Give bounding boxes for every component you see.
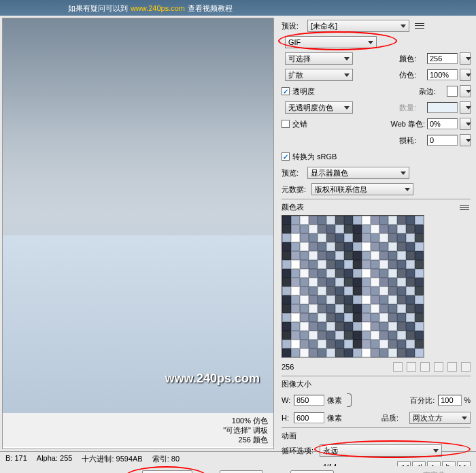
ct-icon-3[interactable] [420,362,430,372]
px-label-1: 像素 [327,395,342,406]
animation-label: 动画 [282,431,307,441]
preview-info: 100% 仿色 "可选择" 调板 256 颜色 [3,413,273,447]
preview-info-dither: 100% 仿色 [8,416,268,425]
format-select[interactable]: GIF [285,36,377,48]
lossy-stepper[interactable] [460,134,471,146]
main-area: www.240ps.com 100% 仿色 "可选择" 调板 256 颜色 预设… [0,16,476,451]
srgb-label: 转换为 sRGB [292,152,337,162]
websnap-stepper[interactable] [460,118,471,130]
matte-label: 杂边: [419,86,445,97]
preview-mode-select[interactable]: 显示器颜色 [307,167,409,179]
dither-input[interactable] [427,69,458,80]
colors-label: 颜色: [399,54,425,64]
status-hex: 十六进制: 9594AB [82,454,142,464]
link-icon[interactable] [345,392,353,408]
preset-label: 预设: [282,21,307,31]
colortable-count: 256 [282,363,294,371]
websnap-input[interactable] [427,118,458,129]
ct-icon-4[interactable] [434,362,443,372]
percent-input[interactable] [438,395,462,406]
cancel-button[interactable]: 取消 [220,470,263,473]
metadata-label: 元数据: [282,184,311,195]
preview-info-palette: "可选择" 调板 [8,425,268,435]
amount-label: 数量: [399,103,425,113]
height-input[interactable] [294,412,324,423]
transparency-label: 透明度 [292,86,318,97]
h-label: H: [282,414,294,422]
status-b: B: 171 [5,454,27,464]
preview-info-colors: 256 颜色 [8,435,268,444]
banner-text2: 查看视频教程 [188,4,233,12]
done-button[interactable]: 完成 [290,470,334,473]
width-input[interactable] [294,395,324,406]
trash-icon[interactable] [461,362,471,372]
quality-label: 品质: [381,413,407,423]
preset-menu-icon[interactable] [413,21,426,31]
dither-label: 仿色: [399,70,425,80]
dither-stepper[interactable] [460,69,471,81]
color-table[interactable] [282,215,424,358]
preset-select[interactable]: [未命名] [307,20,409,32]
srgb-checkbox[interactable] [282,152,290,161]
lossy-label: 损耗: [399,135,425,146]
colors-stepper[interactable] [460,52,471,65]
colortable-label: 颜色表 [282,202,307,212]
px-label-2: 像素 [327,413,342,423]
websnap-label: Web 靠色: [390,119,425,129]
quality-select[interactable]: 两次立方 [409,412,471,424]
side-panel: 预设: [未命名] GIF 可选择 颜色: 扩散 仿色: [276,16,476,451]
banner-url: www.240ps.com [131,4,185,12]
interlaced-checkbox[interactable] [282,120,290,128]
dither-select[interactable]: 扩散 [285,69,353,81]
matte-swatch[interactable] [447,86,458,97]
loop-label: 循环选项: [282,446,320,456]
status-alpha: Alpha: 255 [37,454,73,464]
interlaced-label: 交错 [292,119,318,129]
matte-select[interactable] [460,85,471,97]
palette-select[interactable]: 可选择 [285,52,353,65]
ct-icon-2[interactable] [407,362,416,372]
w-label: W: [282,396,294,404]
colors-input[interactable] [427,53,458,64]
image-watermark: www.240ps.com [165,372,260,386]
percent-label: 百分比: [410,395,436,406]
preview-mode-label: 预览: [282,168,307,178]
amount-stepper [460,101,471,114]
trans-dither-select[interactable]: 无透明度仿色 [285,101,353,114]
colortable-menu-icon[interactable] [458,203,471,212]
lossy-input[interactable] [427,135,458,146]
ct-icon-1[interactable] [393,362,403,372]
bottom-buttons: 存储... 取消 完成 查字典 jiaocheng.chazidian.com [0,466,476,473]
transparency-checkbox[interactable] [282,87,290,95]
banner-text1: 如果有疑问可以到 [68,4,128,12]
bottom-watermark: 查字典 jiaocheng.chazidian.com [398,470,471,473]
status-index: 索引: 80 [152,454,180,464]
imagesize-label: 图像大小 [282,379,311,389]
percent-unit: % [464,396,471,404]
preview-panel: www.240ps.com 100% 仿色 "可选择" 调板 256 颜色 [2,18,274,449]
save-button[interactable]: 存储... [142,470,192,473]
amount-input [427,102,458,113]
top-banner: 如果有疑问可以到 www.240ps.com 查看视频教程 [0,0,476,16]
ct-icon-5[interactable] [447,362,457,372]
loop-select[interactable]: 永远 [320,444,442,457]
metadata-select[interactable]: 版权和联系信息 [311,183,413,195]
preview-image[interactable]: www.240ps.com [3,18,273,413]
